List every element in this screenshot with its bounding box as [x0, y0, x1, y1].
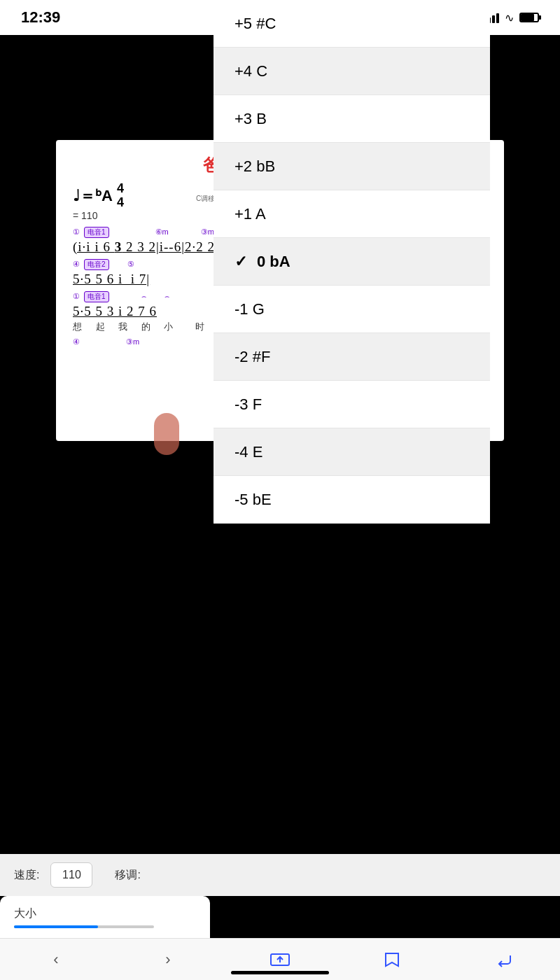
upload-button[interactable] [262, 944, 298, 975]
key-tempo-left: ♩＝ᵇA 4 4 = 110 [73, 182, 124, 221]
speed-label: 速度: [14, 868, 39, 883]
prev-button[interactable]: ‹ [38, 944, 74, 975]
size-label: 大小 [14, 906, 196, 921]
dropdown-item-5[interactable]: ✓0 bA [214, 238, 490, 286]
battery-icon [519, 13, 539, 22]
status-icons: ∿ [484, 11, 539, 24]
note-symbol: ♩＝ᵇA [73, 186, 113, 206]
transpose-label: 移调: [115, 868, 140, 883]
checkmark-icon: ✓ [234, 253, 247, 271]
finger-indicator [154, 413, 179, 455]
next-button[interactable]: › [150, 944, 186, 975]
home-indicator [231, 971, 329, 974]
dropdown-item-10[interactable]: -5 bE [214, 476, 490, 524]
dropdown-item-label: +3 B [234, 110, 267, 128]
status-time: 12:39 [21, 8, 60, 27]
dropdown-item-label: +2 bB [234, 158, 275, 176]
dropdown-item-1[interactable]: +4 C [214, 48, 490, 95]
speed-input[interactable]: 110 [50, 862, 92, 888]
dropdown-item-6[interactable]: -1 G [214, 286, 490, 333]
dropdown-item-0[interactable]: +5 #C [214, 0, 490, 48]
dropdown-item-label: -5 bE [234, 491, 272, 509]
dropdown-item-3[interactable]: +2 bB [214, 143, 490, 190]
dropdown-item-label: +5 #C [234, 15, 276, 33]
size-slider[interactable] [14, 925, 154, 928]
dropdown-item-label: +4 C [234, 62, 267, 80]
bookmark-icon [382, 951, 402, 968]
dropdown-item-label: -2 #F [234, 348, 270, 366]
dropdown-list: +5 #C+4 C+3 B+2 bB+1 A✓0 bA-1 G-2 #F-3 F… [214, 0, 490, 524]
bpm-label: = 110 [73, 210, 97, 221]
size-slider-fill [14, 925, 98, 928]
dropdown-item-label: -3 F [234, 396, 262, 414]
dropdown-item-label: -4 E [234, 443, 262, 461]
dropdown-item-8[interactable]: -3 F [214, 381, 490, 428]
dropdown-item-label: 0 bA [257, 253, 290, 271]
return-icon [493, 951, 514, 968]
time-signature: 4 4 [117, 182, 124, 210]
dropdown-item-7[interactable]: -2 #F [214, 333, 490, 381]
return-button[interactable] [486, 944, 522, 975]
dropdown-item-label: +1 A [234, 205, 266, 223]
dropdown-overlay: 速度: 110 移调: 大小 To ‹ › [0, 546, 560, 980]
dropdown-item-4[interactable]: +1 A [214, 190, 490, 238]
wifi-icon: ∿ [505, 11, 514, 24]
dropdown-item-label: -1 G [234, 300, 265, 318]
dropdown-item-9[interactable]: -4 E [214, 428, 490, 476]
bookmark-button[interactable] [374, 944, 410, 975]
dropdown-item-2[interactable]: +3 B [214, 95, 490, 143]
size-area: 大小 [0, 896, 210, 938]
bottom-controls: 速度: 110 移调: [0, 854, 560, 896]
upload-icon [270, 951, 290, 968]
